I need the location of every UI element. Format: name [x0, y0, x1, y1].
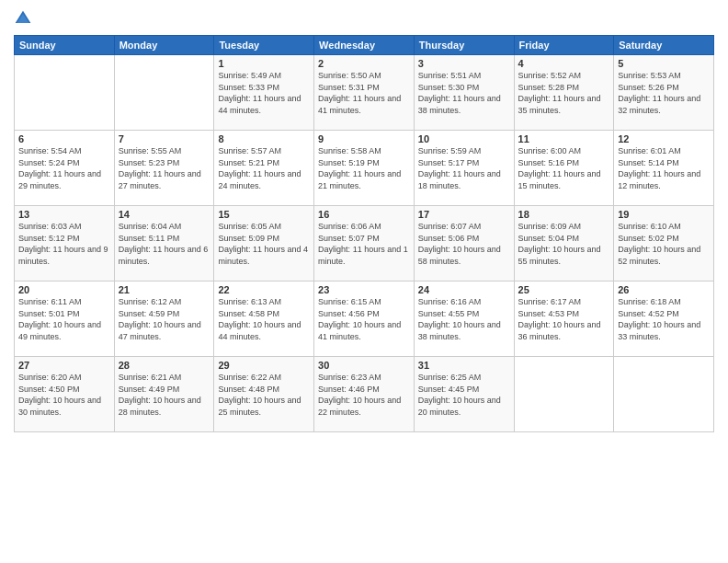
calendar-day-cell: 4Sunrise: 5:52 AM Sunset: 5:28 PM Daylig… [514, 55, 614, 131]
day-number: 27 [18, 360, 110, 371]
calendar-day-cell: 31Sunrise: 6:25 AM Sunset: 4:45 PM Dayli… [414, 357, 514, 432]
calendar-body: 1Sunrise: 5:49 AM Sunset: 5:33 PM Daylig… [15, 55, 714, 432]
day-number: 29 [218, 360, 310, 371]
day-info: Sunrise: 6:04 AM Sunset: 5:11 PM Dayligh… [119, 221, 210, 267]
calendar-day-cell [114, 55, 214, 131]
calendar-day-cell: 26Sunrise: 6:18 AM Sunset: 4:52 PM Dayli… [614, 282, 714, 357]
weekday-header: Monday [114, 36, 214, 55]
calendar-day-cell: 1Sunrise: 5:49 AM Sunset: 5:33 PM Daylig… [214, 55, 314, 131]
day-number: 11 [518, 133, 610, 144]
calendar-day-cell: 27Sunrise: 6:20 AM Sunset: 4:50 PM Dayli… [15, 357, 115, 432]
day-info: Sunrise: 6:05 AM Sunset: 5:09 PM Dayligh… [218, 221, 310, 267]
weekday-header: Wednesday [314, 36, 415, 55]
day-info: Sunrise: 6:21 AM Sunset: 4:49 PM Dayligh… [119, 372, 210, 418]
calendar-day-cell: 19Sunrise: 6:10 AM Sunset: 5:02 PM Dayli… [614, 206, 714, 282]
day-info: Sunrise: 6:18 AM Sunset: 4:52 PM Dayligh… [618, 296, 710, 342]
calendar-day-cell: 16Sunrise: 6:06 AM Sunset: 5:07 PM Dayli… [314, 206, 415, 282]
calendar-day-cell: 30Sunrise: 6:23 AM Sunset: 4:46 PM Dayli… [314, 357, 415, 432]
day-info: Sunrise: 5:54 AM Sunset: 5:24 PM Dayligh… [18, 145, 110, 191]
day-number: 18 [518, 209, 610, 220]
day-number: 1 [218, 58, 310, 69]
day-number: 23 [318, 284, 410, 295]
day-number: 26 [618, 284, 710, 295]
day-number: 24 [418, 284, 510, 295]
day-info: Sunrise: 5:55 AM Sunset: 5:23 PM Dayligh… [119, 145, 210, 191]
calendar-day-cell: 13Sunrise: 6:03 AM Sunset: 5:12 PM Dayli… [15, 206, 115, 282]
calendar-day-cell: 21Sunrise: 6:12 AM Sunset: 4:59 PM Dayli… [114, 282, 214, 357]
weekday-header: Tuesday [214, 36, 314, 55]
weekday-header: Friday [514, 36, 614, 55]
calendar-day-cell: 2Sunrise: 5:50 AM Sunset: 5:31 PM Daylig… [314, 55, 415, 131]
day-number: 14 [119, 209, 210, 220]
day-number: 15 [218, 209, 310, 220]
calendar-week-row: 13Sunrise: 6:03 AM Sunset: 5:12 PM Dayli… [15, 206, 714, 282]
day-info: Sunrise: 6:22 AM Sunset: 4:48 PM Dayligh… [218, 372, 310, 418]
calendar-day-cell [514, 357, 614, 432]
day-number: 7 [119, 133, 210, 144]
calendar-day-cell: 15Sunrise: 6:05 AM Sunset: 5:09 PM Dayli… [214, 206, 314, 282]
day-number: 19 [618, 209, 710, 220]
day-info: Sunrise: 6:17 AM Sunset: 4:53 PM Dayligh… [518, 296, 610, 342]
logo [14, 9, 36, 28]
calendar-day-cell: 14Sunrise: 6:04 AM Sunset: 5:11 PM Dayli… [114, 206, 214, 282]
day-number: 21 [119, 284, 210, 295]
day-info: Sunrise: 6:07 AM Sunset: 5:06 PM Dayligh… [418, 221, 510, 267]
calendar-day-cell: 18Sunrise: 6:09 AM Sunset: 5:04 PM Dayli… [514, 206, 614, 282]
day-info: Sunrise: 6:06 AM Sunset: 5:07 PM Dayligh… [318, 221, 410, 267]
calendar-day-cell: 12Sunrise: 6:01 AM Sunset: 5:14 PM Dayli… [614, 131, 714, 206]
day-info: Sunrise: 5:58 AM Sunset: 5:19 PM Dayligh… [318, 145, 410, 191]
weekday-header: Saturday [614, 36, 714, 55]
day-info: Sunrise: 5:49 AM Sunset: 5:33 PM Dayligh… [218, 70, 310, 116]
day-info: Sunrise: 6:12 AM Sunset: 4:59 PM Dayligh… [119, 296, 210, 342]
day-info: Sunrise: 5:53 AM Sunset: 5:26 PM Dayligh… [618, 70, 710, 116]
day-number: 10 [418, 133, 510, 144]
day-number: 20 [18, 284, 110, 295]
calendar-day-cell: 9Sunrise: 5:58 AM Sunset: 5:19 PM Daylig… [314, 131, 415, 206]
day-info: Sunrise: 5:52 AM Sunset: 5:28 PM Dayligh… [518, 70, 610, 116]
calendar-day-cell: 6Sunrise: 5:54 AM Sunset: 5:24 PM Daylig… [15, 131, 115, 206]
day-number: 5 [618, 58, 710, 69]
day-info: Sunrise: 5:57 AM Sunset: 5:21 PM Dayligh… [218, 145, 310, 191]
day-number: 22 [218, 284, 310, 295]
header [14, 9, 714, 28]
day-info: Sunrise: 6:15 AM Sunset: 4:56 PM Dayligh… [318, 296, 410, 342]
calendar-table: SundayMondayTuesdayWednesdayThursdayFrid… [14, 35, 714, 432]
calendar-container: SundayMondayTuesdayWednesdayThursdayFrid… [0, 0, 728, 563]
calendar-week-row: 6Sunrise: 5:54 AM Sunset: 5:24 PM Daylig… [15, 131, 714, 206]
day-number: 25 [518, 284, 610, 295]
day-number: 16 [318, 209, 410, 220]
weekday-row: SundayMondayTuesdayWednesdayThursdayFrid… [15, 36, 714, 55]
calendar-day-cell: 23Sunrise: 6:15 AM Sunset: 4:56 PM Dayli… [314, 282, 415, 357]
calendar-day-cell: 24Sunrise: 6:16 AM Sunset: 4:55 PM Dayli… [414, 282, 514, 357]
day-info: Sunrise: 5:51 AM Sunset: 5:30 PM Dayligh… [418, 70, 510, 116]
day-number: 4 [518, 58, 610, 69]
calendar-day-cell: 5Sunrise: 5:53 AM Sunset: 5:26 PM Daylig… [614, 55, 714, 131]
weekday-header: Thursday [414, 36, 514, 55]
day-info: Sunrise: 5:50 AM Sunset: 5:31 PM Dayligh… [318, 70, 410, 116]
calendar-week-row: 20Sunrise: 6:11 AM Sunset: 5:01 PM Dayli… [15, 282, 714, 357]
day-info: Sunrise: 6:10 AM Sunset: 5:02 PM Dayligh… [618, 221, 710, 267]
day-number: 28 [119, 360, 210, 371]
day-number: 13 [18, 209, 110, 220]
calendar-week-row: 1Sunrise: 5:49 AM Sunset: 5:33 PM Daylig… [15, 55, 714, 131]
day-info: Sunrise: 5:59 AM Sunset: 5:17 PM Dayligh… [418, 145, 510, 191]
day-info: Sunrise: 6:16 AM Sunset: 4:55 PM Dayligh… [418, 296, 510, 342]
calendar-day-cell: 3Sunrise: 5:51 AM Sunset: 5:30 PM Daylig… [414, 55, 514, 131]
day-info: Sunrise: 6:11 AM Sunset: 5:01 PM Dayligh… [18, 296, 110, 342]
day-number: 17 [418, 209, 510, 220]
calendar-day-cell [15, 55, 115, 131]
day-info: Sunrise: 6:09 AM Sunset: 5:04 PM Dayligh… [518, 221, 610, 267]
calendar-day-cell: 28Sunrise: 6:21 AM Sunset: 4:49 PM Dayli… [114, 357, 214, 432]
day-number: 31 [418, 360, 510, 371]
day-number: 6 [18, 133, 110, 144]
day-info: Sunrise: 6:25 AM Sunset: 4:45 PM Dayligh… [418, 372, 510, 418]
day-number: 30 [318, 360, 410, 371]
day-number: 8 [218, 133, 310, 144]
day-info: Sunrise: 6:03 AM Sunset: 5:12 PM Dayligh… [18, 221, 110, 267]
day-info: Sunrise: 6:20 AM Sunset: 4:50 PM Dayligh… [18, 372, 110, 418]
calendar-day-cell: 17Sunrise: 6:07 AM Sunset: 5:06 PM Dayli… [414, 206, 514, 282]
calendar-day-cell: 29Sunrise: 6:22 AM Sunset: 4:48 PM Dayli… [214, 357, 314, 432]
day-info: Sunrise: 6:01 AM Sunset: 5:14 PM Dayligh… [618, 145, 710, 191]
calendar-header: SundayMondayTuesdayWednesdayThursdayFrid… [15, 36, 714, 55]
calendar-week-row: 27Sunrise: 6:20 AM Sunset: 4:50 PM Dayli… [15, 357, 714, 432]
